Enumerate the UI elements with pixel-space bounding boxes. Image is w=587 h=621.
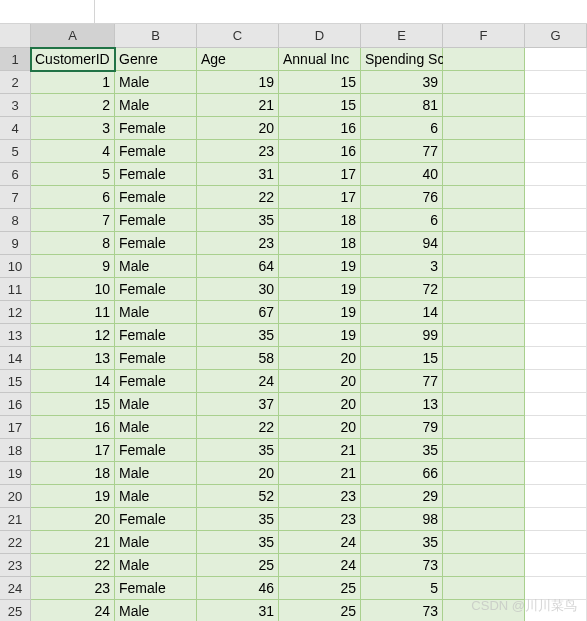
cell-B11[interactable]: Female xyxy=(115,278,197,301)
cell-G7[interactable] xyxy=(525,186,587,209)
cell-G12[interactable] xyxy=(525,301,587,324)
column-header-G[interactable]: G xyxy=(525,24,587,48)
row-header-19[interactable]: 19 xyxy=(0,462,31,485)
cell-G9[interactable] xyxy=(525,232,587,255)
cell-E17[interactable]: 79 xyxy=(361,416,443,439)
cell-E25[interactable]: 73 xyxy=(361,600,443,621)
cell-B18[interactable]: Female xyxy=(115,439,197,462)
cell-A11[interactable]: 10 xyxy=(31,278,115,301)
cell-F11[interactable] xyxy=(443,278,525,301)
cell-D24[interactable]: 25 xyxy=(279,577,361,600)
cell-B13[interactable]: Female xyxy=(115,324,197,347)
cell-G1[interactable] xyxy=(525,48,587,71)
cell-G10[interactable] xyxy=(525,255,587,278)
cell-C7[interactable]: 22 xyxy=(197,186,279,209)
cell-B10[interactable]: Male xyxy=(115,255,197,278)
name-box[interactable] xyxy=(0,0,95,23)
cell-F18[interactable] xyxy=(443,439,525,462)
row-header-18[interactable]: 18 xyxy=(0,439,31,462)
cell-F17[interactable] xyxy=(443,416,525,439)
cell-G19[interactable] xyxy=(525,462,587,485)
row-header-17[interactable]: 17 xyxy=(0,416,31,439)
cell-G11[interactable] xyxy=(525,278,587,301)
cell-C1[interactable]: Age xyxy=(197,48,279,71)
cell-D3[interactable]: 15 xyxy=(279,94,361,117)
cell-B15[interactable]: Female xyxy=(115,370,197,393)
row-header-4[interactable]: 4 xyxy=(0,117,31,140)
cell-A12[interactable]: 11 xyxy=(31,301,115,324)
cell-A4[interactable]: 3 xyxy=(31,117,115,140)
cell-A1[interactable]: CustomerID xyxy=(31,48,115,71)
cell-F25[interactable] xyxy=(443,600,525,621)
cell-F4[interactable] xyxy=(443,117,525,140)
cell-E4[interactable]: 6 xyxy=(361,117,443,140)
cell-G16[interactable] xyxy=(525,393,587,416)
cell-F13[interactable] xyxy=(443,324,525,347)
cell-C18[interactable]: 35 xyxy=(197,439,279,462)
cell-B1[interactable]: Genre xyxy=(115,48,197,71)
cell-E13[interactable]: 99 xyxy=(361,324,443,347)
cell-D22[interactable]: 24 xyxy=(279,531,361,554)
cell-E10[interactable]: 3 xyxy=(361,255,443,278)
cell-C12[interactable]: 67 xyxy=(197,301,279,324)
cell-B7[interactable]: Female xyxy=(115,186,197,209)
cell-B2[interactable]: Male xyxy=(115,71,197,94)
cell-C24[interactable]: 46 xyxy=(197,577,279,600)
cell-G8[interactable] xyxy=(525,209,587,232)
cell-D10[interactable]: 19 xyxy=(279,255,361,278)
cell-F12[interactable] xyxy=(443,301,525,324)
cell-A21[interactable]: 20 xyxy=(31,508,115,531)
cell-A22[interactable]: 21 xyxy=(31,531,115,554)
cell-G5[interactable] xyxy=(525,140,587,163)
cell-F15[interactable] xyxy=(443,370,525,393)
cell-F14[interactable] xyxy=(443,347,525,370)
cell-A20[interactable]: 19 xyxy=(31,485,115,508)
cell-C6[interactable]: 31 xyxy=(197,163,279,186)
cell-A13[interactable]: 12 xyxy=(31,324,115,347)
row-header-21[interactable]: 21 xyxy=(0,508,31,531)
cell-A18[interactable]: 17 xyxy=(31,439,115,462)
cell-D5[interactable]: 16 xyxy=(279,140,361,163)
cell-B6[interactable]: Female xyxy=(115,163,197,186)
cell-E21[interactable]: 98 xyxy=(361,508,443,531)
cell-E12[interactable]: 14 xyxy=(361,301,443,324)
cell-B3[interactable]: Male xyxy=(115,94,197,117)
row-header-23[interactable]: 23 xyxy=(0,554,31,577)
cell-C25[interactable]: 31 xyxy=(197,600,279,621)
cell-D6[interactable]: 17 xyxy=(279,163,361,186)
cell-C19[interactable]: 20 xyxy=(197,462,279,485)
column-header-C[interactable]: C xyxy=(197,24,279,48)
row-header-8[interactable]: 8 xyxy=(0,209,31,232)
cell-D18[interactable]: 21 xyxy=(279,439,361,462)
cell-B8[interactable]: Female xyxy=(115,209,197,232)
cell-D15[interactable]: 20 xyxy=(279,370,361,393)
cell-A10[interactable]: 9 xyxy=(31,255,115,278)
cell-A17[interactable]: 16 xyxy=(31,416,115,439)
cell-D11[interactable]: 19 xyxy=(279,278,361,301)
cell-F24[interactable] xyxy=(443,577,525,600)
cell-C10[interactable]: 64 xyxy=(197,255,279,278)
cell-D16[interactable]: 20 xyxy=(279,393,361,416)
cell-F22[interactable] xyxy=(443,531,525,554)
cell-G21[interactable] xyxy=(525,508,587,531)
column-header-B[interactable]: B xyxy=(115,24,197,48)
cell-C11[interactable]: 30 xyxy=(197,278,279,301)
cell-E6[interactable]: 40 xyxy=(361,163,443,186)
row-header-20[interactable]: 20 xyxy=(0,485,31,508)
row-header-2[interactable]: 2 xyxy=(0,71,31,94)
row-header-7[interactable]: 7 xyxy=(0,186,31,209)
cell-C5[interactable]: 23 xyxy=(197,140,279,163)
row-header-15[interactable]: 15 xyxy=(0,370,31,393)
cell-C21[interactable]: 35 xyxy=(197,508,279,531)
row-header-22[interactable]: 22 xyxy=(0,531,31,554)
cell-A23[interactable]: 22 xyxy=(31,554,115,577)
row-header-13[interactable]: 13 xyxy=(0,324,31,347)
cell-D14[interactable]: 20 xyxy=(279,347,361,370)
row-header-5[interactable]: 5 xyxy=(0,140,31,163)
cell-C15[interactable]: 24 xyxy=(197,370,279,393)
cell-D7[interactable]: 17 xyxy=(279,186,361,209)
cell-F10[interactable] xyxy=(443,255,525,278)
cell-D2[interactable]: 15 xyxy=(279,71,361,94)
row-header-14[interactable]: 14 xyxy=(0,347,31,370)
cell-B16[interactable]: Male xyxy=(115,393,197,416)
